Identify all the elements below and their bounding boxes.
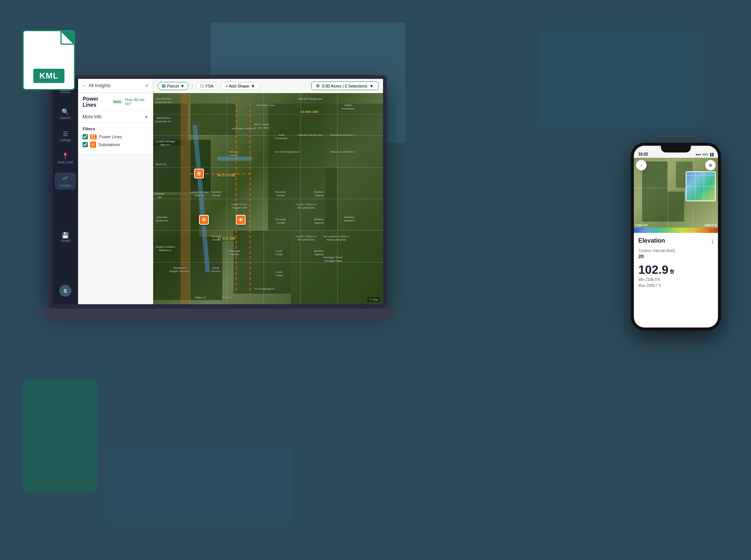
phone-elevation-panel: Elevation ℹ Contour Interval (feet): 20 … [634,233,718,328]
phone-satellite-map: ‹ ⊕ 2186.8 ft 2289.7 ft [634,158,718,233]
toolbar-separator: | [192,83,193,89]
parcel-william-e: William E [195,296,205,299]
insights-panel: ← All Insights × Power Lines Beta How di… [78,79,153,304]
sidebar-item-saved[interactable]: 💾 Saved [58,229,72,245]
chart-icon [62,175,69,183]
power-line-vertical-1 [236,104,237,294]
bg-decoration-2 [541,30,698,128]
parcel-mendonca-anthony-2: Mendonca Anthony n [330,150,355,154]
parcel-mendonca: MendoncaJoseph J lm rev.tr [169,266,190,273]
parcel-button[interactable]: Parcel ▼ [158,82,189,90]
parcel-brothers-sepeda-2: BrothersSepeda [314,218,324,225]
parcel-anna-fernandez: AnnaFernandez [275,133,287,140]
parcel-simoes: Simoesdlin [155,192,164,199]
save-icon: 💾 [62,232,69,239]
parcel-parvinder-5: ParvinderHundal [229,249,240,256]
phone-body: 10:22 ●●● WiFi ▐▐ [631,143,721,331]
user-avatar[interactable]: S [59,285,71,297]
power-lines-icon [90,134,97,139]
phone-info-icon[interactable]: ℹ [712,238,713,245]
fsa-radio-icon [200,84,204,88]
substation-2 [199,215,209,225]
substation-3 [236,215,246,225]
back-button[interactable]: ← All Insights [83,83,110,88]
parcel-sandridge: Sandridge Partners [231,127,254,130]
phone-map-view[interactable]: ‹ ⊕ 2186.8 ft 2289.7 ft [634,158,718,233]
parcel-benedict: Benedict s trust [256,104,274,107]
phone-locate-button[interactable]: ⊕ [705,160,716,171]
phone-frame: 10:22 ●●● WiFi ▐▐ [631,143,721,331]
parcel-radio-icon [162,84,166,88]
parcel-lactals-dairy: Lactals HeritageDairy Inc [190,190,209,197]
parcel-ranch: Ranch llc [155,163,166,166]
map-area[interactable]: Parcel ▼ | FSA + Add Shape ▼ ⊞ 0.00 Acre… [153,79,383,304]
list-icon: ☰ [63,130,68,137]
phone-elevation-color-bar [634,228,718,233]
parcel-parvinder-1: ParvinderHundal [211,190,222,197]
power-line-vertical-2 [250,104,250,294]
laptop-screen: 🔍 Search ☰ Listings 📍 Sold Land [49,75,387,308]
parcel-leonel-1: Leonel J ribeiro srfam ptrshp the [296,203,317,210]
parcel-parvinder-3: ParvinderHundal [275,218,286,225]
parcel-de-groot: De Groot family trust [275,150,299,154]
fsa-button[interactable]: FSA [196,82,217,90]
parcel-joseph-linhares: Joseph LinharesMendonca [155,245,175,252]
laptop-base [41,309,394,319]
grid-icon: ⊞ [316,83,320,88]
phone-inset-map [686,171,716,201]
acres-selector[interactable]: ⊞ 0.00 Acres | 0 Selections ▼ [311,82,379,90]
parcel-ritchie-bros-2: Ritchie Brosproperties Inc [155,116,171,123]
parcel-louie-tristao-2: LouieTristao [275,270,283,277]
more-info-row[interactable]: More Info ▼ [78,111,153,123]
locate-icon: ⊕ [709,163,712,168]
sidebar-item-search[interactable]: 🔍 Search [55,106,76,122]
kml-file-icon: KML [23,30,83,98]
parcel-mendonca-anthony-1: Mendonca Anthony n [330,133,355,137]
parcel-joe-lawrence: Joe Lawrence ribeiro Jfamily ptrshp the [323,235,350,242]
filters-section: Filters Power Lines [78,123,153,154]
phone-elevation-min-max: Min 2186.8 ft Max 2289.7 ft [638,277,713,289]
map-logo: © map [367,297,380,302]
acres-dropdown-arrow: ▼ [369,84,374,88]
panel-header: ← All Insights × [78,79,153,93]
sidebar-item-sold-land[interactable]: 📍 Sold Land [55,150,76,166]
parcel-tri-t: Tri-t Properties llc [254,287,275,291]
kml-label: KML [33,69,65,83]
laptop-frame: 🔍 Search ☰ Listings 📍 Sold Land [49,75,394,331]
phone-back-button[interactable]: ‹ [636,160,647,171]
substations-checkbox[interactable] [83,142,88,147]
filter-item-power-lines: Power Lines [83,134,148,139]
phone-notch [661,146,691,152]
sidebar: 🔍 Search ☰ Listings 📍 Sold Land [53,79,78,304]
elevation-label-max: 2289.7 ft [704,223,716,227]
parcel-david-cardoza: DavidCardoza [211,266,220,273]
parcel-leonel-2: Leonel J ribeiro srfam ptrshp the [296,235,317,242]
parcel-gilbert: GilbertHernandez [342,104,354,110]
close-button[interactable]: × [145,83,148,89]
phone-status-icons: ●●● WiFi ▐▐ [695,153,713,156]
panel-title-row: Power Lines Beta How did we do? [78,93,153,111]
parcel-lactalis-1: Lactalis Heritagedairy Inc [155,140,175,146]
svg-text:⚡: ⚡ [91,143,95,146]
parcel-parvinder-2: ParvinderHundal [275,190,286,197]
substation-1 [194,169,204,178]
parcel-aukeman: Aukemanfamily trust [155,216,168,222]
search-icon: 🔍 [62,108,69,115]
power-lines-checkbox[interactable] [83,134,88,139]
parcel-hilarides-1: Hilarides Family trust [298,97,323,101]
satellite-map[interactable]: 32-20S-25E 06 21S-25E 07 21S 25E Ritchie… [153,93,383,304]
parcel-robert-l: Robert l [222,296,232,299]
add-shape-button[interactable]: + Add Shape ▼ [221,82,260,90]
acres-value: 0.00 Acres | 0 Selections [322,84,367,88]
sidebar-item-listings[interactable]: ☰ Listings [55,128,76,144]
bg-decoration-4 [105,447,293,522]
elevation-label-min: 2186.8 ft [635,223,647,227]
map-toolbar: Parcel ▼ | FSA + Add Shape ▼ ⊞ 0.00 Acre… [153,79,383,93]
parcel-parvinder-4: ParvinderHundal [211,235,222,242]
map-water-canal-2 [217,157,252,161]
parcel-dropdown-arrow: ▼ [180,84,184,88]
parcel-henry-garcia: Henry AGarcia [229,150,238,157]
parcel-ritchie-bros-1: Ritchie Brosproperties Inc [155,97,171,104]
parcel-lower-tulr: Lower Tulr rivIrrigation dist [231,203,247,210]
sidebar-item-insights[interactable]: Insights [55,172,76,190]
